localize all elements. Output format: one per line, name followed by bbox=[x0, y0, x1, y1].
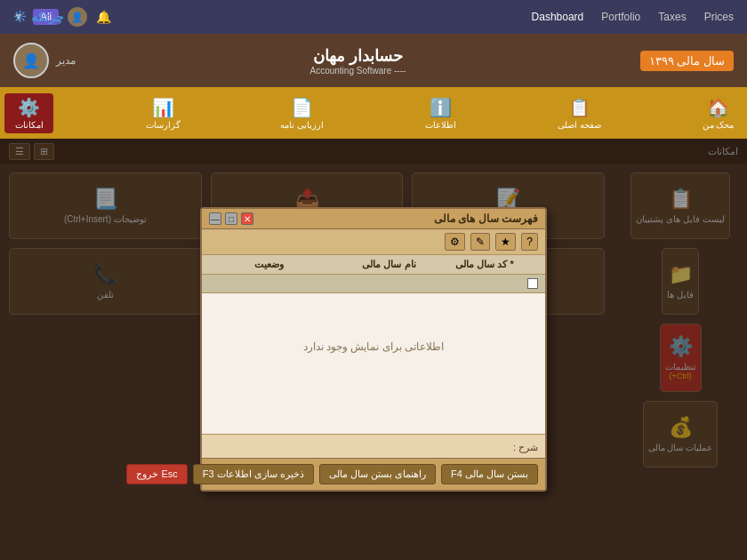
toolbar-settings[interactable]: ⚙️ امکانات bbox=[4, 93, 53, 133]
settings-icon: ⚙️ bbox=[18, 97, 40, 118]
bell-icon[interactable]: 🔔 bbox=[96, 10, 111, 24]
brand-sub: Accounting Software ---- bbox=[309, 66, 406, 76]
save-info-button[interactable]: ذخیره سازی اطلاعات F3 bbox=[193, 464, 314, 484]
manager-label: مدیر bbox=[56, 54, 76, 67]
empty-message: اطلاعاتی برای نمایش وجود ندارد bbox=[202, 293, 545, 400]
exit-button[interactable]: Esc خروج bbox=[126, 464, 187, 484]
modal-overlay: فهرست سال های مالی — □ ✕ ? ★ ✎ ⚙ bbox=[0, 139, 747, 560]
modal-toolbar: ? ★ ✎ ⚙ bbox=[202, 229, 545, 255]
logo-left: مدیر 👤 bbox=[13, 43, 76, 78]
modal-star-button[interactable]: ★ bbox=[495, 233, 516, 251]
logo-bar: سال مالی ۱۳۹۹ حسابدار مهان Accounting So… bbox=[0, 34, 747, 87]
modal-footer: بستن سال مالی F4 راهنمای بستن سال مالی ذ… bbox=[202, 458, 545, 490]
icon-toolbar: 🏠 محک من 📋 صفحه اصلی ℹ️ اطلاعات 📄 ارزیاب… bbox=[0, 87, 747, 139]
nav-portfolio[interactable]: Portfolio bbox=[601, 11, 640, 23]
info-icon: ℹ️ bbox=[430, 97, 452, 118]
fiscal-years-modal: فهرست سال های مالی — □ ✕ ? ★ ✎ ⚙ bbox=[200, 207, 547, 492]
user-icon: 👤 bbox=[68, 7, 87, 27]
toolbar-info[interactable]: ℹ️ اطلاعات bbox=[416, 93, 465, 133]
nav-taxes[interactable]: Taxes bbox=[658, 11, 686, 23]
nav-links: Dashboard Portfolio Taxes Prices bbox=[532, 11, 734, 23]
modal-title: فهرست سال های مالی bbox=[434, 212, 538, 225]
modal-controls: — □ ✕ bbox=[209, 212, 253, 225]
modal-desc-area: شرح : bbox=[202, 434, 545, 458]
th-code: * کد سال مالی bbox=[449, 259, 520, 270]
watermark-text: چرتکه bbox=[31, 10, 64, 24]
fiscal-year-area: سال مالی ۱۳۹۹ bbox=[640, 51, 734, 71]
dashboard-icon: 📋 bbox=[568, 97, 590, 118]
modal-help-button[interactable]: ? bbox=[521, 233, 538, 251]
app-wrapper: ❊ چرتکه Dashboard Portfolio Taxes Prices… bbox=[0, 0, 747, 560]
modal-edit-button[interactable]: ✎ bbox=[470, 233, 490, 251]
desc-label: شرح : bbox=[513, 442, 538, 452]
modal-close-button[interactable]: ✕ bbox=[241, 212, 253, 225]
modal-table-header: * کد سال مالی نام سال مالی وضعیت bbox=[202, 255, 545, 275]
nav-prices[interactable]: Prices bbox=[704, 11, 734, 23]
watermark-icon: ❊ bbox=[13, 7, 27, 27]
logo-center: حسابدار مهان Accounting Software ---- bbox=[309, 46, 406, 76]
th-name: نام سال مالی bbox=[329, 259, 449, 270]
toolbar-analytics[interactable]: 📊 گزارسات bbox=[139, 93, 188, 133]
guide-close-fiscal-year-button[interactable]: راهنمای بستن سال مالی bbox=[319, 464, 436, 484]
nav-dashboard[interactable]: Dashboard bbox=[532, 11, 584, 23]
checkbox-input[interactable] bbox=[527, 278, 538, 289]
toolbar-dashboard[interactable]: 📋 صفحه اصلی bbox=[550, 93, 608, 133]
th-checkbox bbox=[520, 259, 538, 270]
toolbar-reports[interactable]: 📄 ارزیابی نامه bbox=[273, 93, 331, 133]
modal-titlebar: فهرست سال های مالی — □ ✕ bbox=[202, 209, 545, 229]
home-icon: 🏠 bbox=[707, 97, 729, 118]
toolbar-home[interactable]: 🏠 محک من bbox=[694, 93, 743, 133]
row-checkbox bbox=[520, 278, 538, 289]
modal-table-row[interactable] bbox=[202, 275, 545, 293]
modal-settings-button[interactable]: ⚙ bbox=[445, 233, 465, 251]
main-content: امکانات ⊞ ☰ 📋 لیست فایل های پشتیبان 📁 فا… bbox=[0, 139, 747, 560]
avatar: 👤 bbox=[13, 43, 49, 78]
th-status: وضعیت bbox=[209, 259, 329, 270]
brand-name: حسابدار مهان bbox=[313, 46, 403, 66]
analytics-icon: 📊 bbox=[152, 97, 174, 118]
fiscal-year-badge: سال مالی ۱۳۹۹ bbox=[640, 51, 734, 71]
top-nav: ❊ چرتکه Dashboard Portfolio Taxes Prices… bbox=[0, 0, 747, 34]
modal-body: * کد سال مالی نام سال مالی وضعیت bbox=[202, 255, 545, 434]
modal-maximize-button[interactable]: □ bbox=[225, 212, 237, 225]
close-fiscal-year-button[interactable]: بستن سال مالی F4 bbox=[441, 464, 538, 484]
watermark: ❊ چرتکه bbox=[13, 7, 64, 27]
reports-icon: 📄 bbox=[291, 97, 313, 118]
modal-minimize-button[interactable]: — bbox=[209, 212, 221, 225]
